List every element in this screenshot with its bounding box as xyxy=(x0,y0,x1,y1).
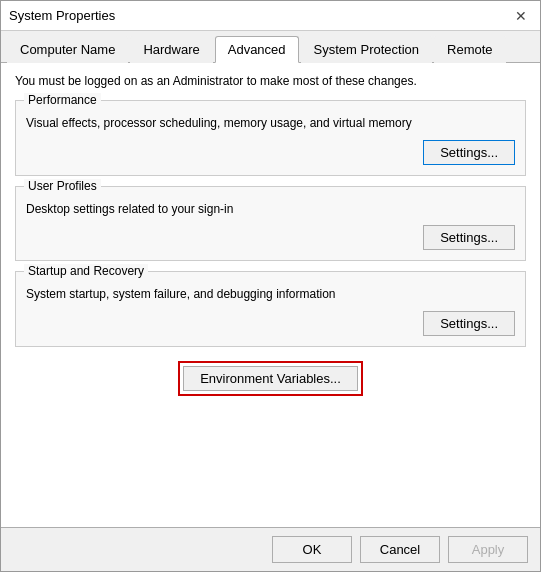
env-btn-highlight-border: Environment Variables... xyxy=(178,361,363,396)
user-profiles-section-title: User Profiles xyxy=(24,179,101,193)
user-profiles-section-desc: Desktop settings related to your sign-in xyxy=(26,201,515,218)
startup-recovery-settings-button[interactable]: Settings... xyxy=(423,311,515,336)
main-content: You must be logged on as an Administrato… xyxy=(1,63,540,527)
apply-button[interactable]: Apply xyxy=(448,536,528,563)
startup-recovery-section: Startup and Recovery System startup, sys… xyxy=(15,271,526,347)
startup-recovery-section-title: Startup and Recovery xyxy=(24,264,148,278)
close-button[interactable]: ✕ xyxy=(510,5,532,27)
tab-hardware[interactable]: Hardware xyxy=(130,36,212,63)
user-profiles-settings-button[interactable]: Settings... xyxy=(423,225,515,250)
notice-text: You must be logged on as an Administrato… xyxy=(15,73,526,90)
env-variables-section: Environment Variables... xyxy=(15,361,526,396)
performance-section: Performance Visual effects, processor sc… xyxy=(15,100,526,176)
performance-section-title: Performance xyxy=(24,93,101,107)
user-profiles-section: User Profiles Desktop settings related t… xyxy=(15,186,526,262)
performance-settings-button[interactable]: Settings... xyxy=(423,140,515,165)
ok-button[interactable]: OK xyxy=(272,536,352,563)
performance-section-desc: Visual effects, processor scheduling, me… xyxy=(26,115,515,132)
startup-recovery-btn-row: Settings... xyxy=(26,311,515,336)
startup-recovery-section-desc: System startup, system failure, and debu… xyxy=(26,286,515,303)
performance-btn-row: Settings... xyxy=(26,140,515,165)
cancel-button[interactable]: Cancel xyxy=(360,536,440,563)
title-bar: System Properties ✕ xyxy=(1,1,540,31)
window-title: System Properties xyxy=(9,8,115,23)
user-profiles-btn-row: Settings... xyxy=(26,225,515,250)
system-properties-window: System Properties ✕ Computer Name Hardwa… xyxy=(0,0,541,572)
tab-system-protection[interactable]: System Protection xyxy=(301,36,433,63)
tab-advanced[interactable]: Advanced xyxy=(215,36,299,63)
tab-computer-name[interactable]: Computer Name xyxy=(7,36,128,63)
tabs-bar: Computer Name Hardware Advanced System P… xyxy=(1,31,540,63)
env-variables-button[interactable]: Environment Variables... xyxy=(183,366,358,391)
footer: OK Cancel Apply xyxy=(1,527,540,571)
tab-remote[interactable]: Remote xyxy=(434,36,506,63)
